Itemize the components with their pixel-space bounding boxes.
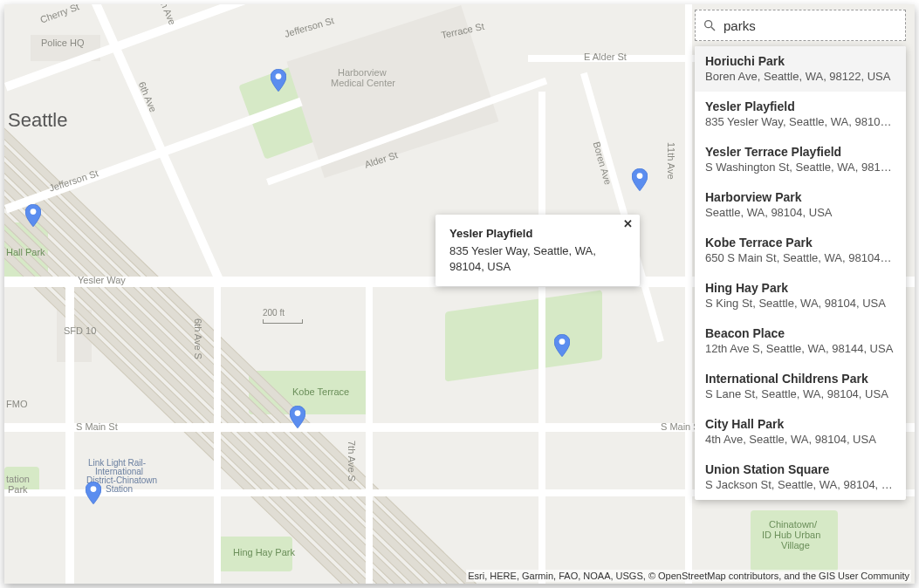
- street-label: 11th Ave: [666, 142, 676, 180]
- svg-point-6: [705, 21, 712, 28]
- scale-label: 200 ft: [263, 308, 285, 318]
- svg-point-0: [276, 73, 282, 79]
- search-result[interactable]: Yesler Terrace PlayfieldS Washington St,…: [695, 137, 906, 182]
- result-title: International Childrens Park: [705, 372, 895, 386]
- poi-label: ID Hub Urban: [762, 530, 820, 540]
- result-title: Yesler Playfield: [705, 99, 895, 113]
- map-marker[interactable]: [86, 482, 101, 504]
- street-label: Cherry St: [38, 4, 80, 25]
- map-marker[interactable]: [271, 69, 286, 92]
- city-label: Seattle: [8, 109, 68, 132]
- map-marker[interactable]: [632, 168, 648, 191]
- map-marker[interactable]: [290, 406, 305, 428]
- poi-label: Harborview: [338, 67, 387, 78]
- road: [214, 284, 221, 584]
- result-subtitle: S King St, Seattle, WA, 98104, USA: [705, 297, 895, 310]
- street-label: Jefferson St: [283, 15, 335, 39]
- popup-close-button[interactable]: ✕: [623, 218, 633, 229]
- popup-address: 835 Yesler Way, Seattle, WA, 98104, USA: [449, 243, 626, 274]
- map-app: Seattle Cherry St Jefferson St Terrace S…: [4, 4, 915, 584]
- street-label: E Alder St: [584, 51, 627, 62]
- result-title: Horiuchi Park: [705, 54, 895, 68]
- result-subtitle: S Jackson St, Seattle, WA, 98104, …: [705, 478, 895, 491]
- svg-line-7: [711, 27, 715, 31]
- street-label: Yesler Way: [78, 275, 126, 285]
- popup-title: Yesler Playfield: [449, 227, 626, 240]
- result-title: Union Station Square: [705, 462, 895, 476]
- result-subtitle: 4th Ave, Seattle, WA, 98104, USA: [705, 433, 895, 446]
- result-subtitle: Seattle, WA, 98104, USA: [705, 206, 895, 219]
- scale-bar: 200 ft: [263, 308, 303, 324]
- street-label: S Main St: [76, 421, 118, 432]
- result-title: Beacon Place: [705, 326, 895, 340]
- poi-label: Chinatown/: [769, 519, 817, 530]
- result-title: Harborview Park: [705, 190, 895, 204]
- poi-label: SFD 10: [64, 325, 96, 336]
- result-title: Hing Hay Park: [705, 281, 895, 295]
- poi-label: FMO: [6, 399, 27, 409]
- search-results: Horiuchi ParkBoren Ave, Seattle, WA, 981…: [695, 46, 906, 500]
- poi-label: Hall Park: [6, 247, 45, 257]
- svg-point-5: [91, 486, 97, 492]
- search-icon: [703, 18, 717, 32]
- result-subtitle: S Washington St, Seattle, WA, 981…: [705, 161, 895, 174]
- search-result[interactable]: Beacon Place12th Ave S, Seattle, WA, 981…: [695, 318, 906, 364]
- svg-point-3: [559, 338, 566, 345]
- search-result[interactable]: Horiuchi ParkBoren Ave, Seattle, WA, 981…: [695, 46, 906, 92]
- search-result[interactable]: Union Station SquareS Jackson St, Seattl…: [695, 455, 906, 500]
- svg-point-1: [31, 209, 37, 215]
- road: [538, 92, 545, 584]
- search-result[interactable]: Hing Hay ParkS King St, Seattle, WA, 981…: [695, 273, 906, 318]
- poi-label: Kobe Terrace: [292, 386, 349, 397]
- svg-point-2: [637, 173, 643, 179]
- svg-point-4: [295, 410, 301, 416]
- poi-label: Park: [8, 484, 28, 495]
- search-input[interactable]: [724, 18, 898, 33]
- map-marker[interactable]: [25, 204, 41, 227]
- result-subtitle: 650 S Main St, Seattle, WA, 98104…: [705, 251, 895, 264]
- search-result[interactable]: International Childrens ParkS Lane St, S…: [695, 364, 906, 409]
- park-area: [445, 290, 602, 381]
- street-label: 6th Ave S: [193, 318, 203, 359]
- street-label: 7th Ave S: [346, 441, 357, 482]
- poi-label: Village: [781, 540, 810, 550]
- search-panel: Horiuchi ParkBoren Ave, Seattle, WA, 981…: [695, 10, 906, 500]
- search-result[interactable]: Kobe Terrace Park650 S Main St, Seattle,…: [695, 228, 906, 273]
- road: [366, 284, 373, 584]
- poi-label: Hing Hay Park: [233, 547, 295, 557]
- result-title: Yesler Terrace Playfield: [705, 145, 895, 159]
- result-subtitle: 12th Ave S, Seattle, WA, 98144, USA: [705, 342, 895, 355]
- result-subtitle: 835 Yesler Way, Seattle, WA, 9810…: [705, 115, 895, 128]
- road: [685, 4, 692, 584]
- result-title: City Hall Park: [705, 417, 895, 431]
- poi-label: Medical Center: [331, 78, 395, 88]
- map-attribution: Esri, HERE, Garmin, FAO, NOAA, USGS, © O…: [466, 570, 911, 582]
- poi-label: Station: [106, 484, 133, 494]
- poi-label: tation: [6, 474, 30, 484]
- result-subtitle: S Lane St, Seattle, WA, 98104, USA: [705, 387, 895, 400]
- street-label: 9th Ave: [156, 4, 178, 26]
- result-title: Kobe Terrace Park: [705, 236, 895, 250]
- search-result[interactable]: Harborview ParkSeattle, WA, 98104, USA: [695, 182, 906, 228]
- search-result[interactable]: Yesler Playfield835 Yesler Way, Seattle,…: [695, 92, 906, 137]
- poi-label: Police HQ: [41, 38, 85, 48]
- search-result[interactable]: City Hall Park4th Ave, Seattle, WA, 9810…: [695, 409, 906, 455]
- search-box[interactable]: [695, 10, 906, 41]
- map-popup: ✕ Yesler Playfield 835 Yesler Way, Seatt…: [435, 215, 640, 286]
- result-subtitle: Boren Ave, Seattle, WA, 98122, USA: [705, 70, 895, 83]
- map-marker[interactable]: [554, 334, 570, 357]
